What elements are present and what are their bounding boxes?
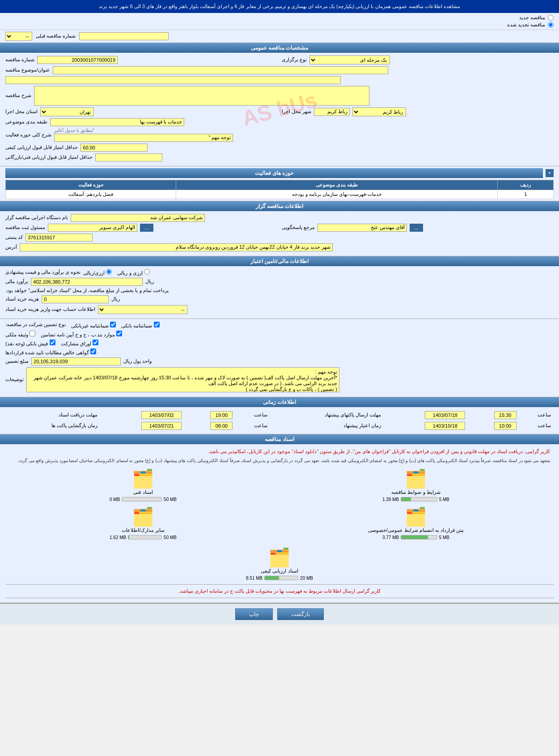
file-label-3: متن قرارداد به انضمام شرایط عمومی/خصوصی xyxy=(368,527,464,533)
budget-input[interactable] xyxy=(31,278,143,286)
account-label: اطلاعات حساب جهت واریز هزینه خرید اسناد xyxy=(5,306,95,312)
address-input[interactable] xyxy=(20,243,333,251)
doc-receive-time-input[interactable] xyxy=(210,411,233,419)
radio-rial[interactable] xyxy=(106,269,112,275)
zip-input[interactable] xyxy=(25,234,93,242)
doc-receive-label-cell: مهلت دریافت اسناد xyxy=(5,410,100,420)
print-button[interactable]: چاپ xyxy=(235,608,273,620)
payment-method-label: نحوه ی برآورد مالی و قیمت پیشنهادی xyxy=(5,269,80,275)
doc-receive-date-input[interactable] xyxy=(141,411,182,419)
cell-row-num: 1 xyxy=(498,190,554,199)
real-estate-check[interactable] xyxy=(30,331,35,336)
progress-bar-outer-2 xyxy=(122,497,162,501)
guarantee-section: ضمانتنامه بانکی ضمانتنامه غیربانکی نوع ت… xyxy=(0,319,559,397)
guarantee-amount-input[interactable] xyxy=(31,357,121,365)
prev-tender-input[interactable] xyxy=(79,32,169,40)
guarantee-desc-textarea[interactable]: توجه مهم : *آخرین مهلت ارسال اصل پاکت ال… xyxy=(26,367,339,392)
reference-more-btn[interactable]: ... xyxy=(410,224,423,232)
radio-new-label: مناقصه جدید xyxy=(519,15,545,21)
open-bids-time-input[interactable] xyxy=(210,422,233,430)
back-button[interactable]: بازگشت xyxy=(277,608,324,620)
bank-guarantee-label: ضمانتنامه بانکی xyxy=(121,322,159,329)
file-icon-4: 🗂️ xyxy=(132,507,154,527)
bank-guarantee-check[interactable] xyxy=(154,322,160,327)
city-input[interactable] xyxy=(314,108,350,116)
cash-check-label: فیش بانکی (وجه نقد) xyxy=(5,340,55,347)
progress-used-1: 1.39 MB xyxy=(382,497,399,502)
items-bh-label: موارد بند ب ، ح و خ آیین نامه تضامین xyxy=(41,331,122,338)
items-bh-check[interactable] xyxy=(116,331,122,336)
guarantee-amount-row: واحد پول ریال مبلغ تضمین xyxy=(5,357,554,365)
city-select[interactable]: رباط کریم xyxy=(352,107,406,116)
responsible-input[interactable] xyxy=(48,224,137,232)
scope-input[interactable] xyxy=(54,134,233,142)
type-col: یک مرحله ای نوع برگزاری xyxy=(282,55,554,64)
tender-num-col: شماره مناقصه xyxy=(5,55,277,64)
timing-content: ساعت مهلت ارسال پاکتهای پیشنهاد ساعت مهل… xyxy=(0,407,559,434)
send-deadline-time-input[interactable] xyxy=(494,411,517,419)
note1-row: پرداخت تمام و یا بخشی از مبلغ مناقصه، از… xyxy=(5,288,554,293)
radio-rial-rial[interactable] xyxy=(144,269,150,275)
tax-cert-check[interactable] xyxy=(90,348,96,354)
description-textarea[interactable] xyxy=(34,86,369,106)
col-header-activity: حوزه فعالیت xyxy=(6,180,176,190)
file-label-1: شرایط و ضوابط مناقصه xyxy=(391,489,440,495)
budget-row: ریال برآورد مالی xyxy=(5,278,554,286)
org-name-input[interactable] xyxy=(71,214,205,222)
progress-total-2: 50 MB xyxy=(164,497,177,502)
general-info-header: مشخصات مناقصه عمومی xyxy=(0,43,559,53)
title2-row: بهسازی و ترمیم برخی از معابر فاز 6 و اجر… xyxy=(5,76,554,84)
validity-date-input[interactable] xyxy=(425,422,465,430)
doc-receive-date-cell xyxy=(100,410,184,420)
validity-time-input[interactable] xyxy=(494,422,517,430)
tender-number-input[interactable] xyxy=(37,56,118,64)
rial-label: ارزی/ریالی xyxy=(83,269,112,276)
purchase-cost-input[interactable] xyxy=(42,295,109,303)
title2-input[interactable]: بهسازی و ترمیم برخی از معابر فاز 6 و اجر… xyxy=(5,76,341,84)
type-select[interactable]: یک مرحله ای xyxy=(309,55,390,64)
participation-check[interactable] xyxy=(93,340,98,345)
non-bank-check[interactable] xyxy=(110,322,116,327)
cash-check-chk[interactable] xyxy=(50,340,55,345)
financial-content: ارزی و ریالی ارزی/ریالی نحوه ی برآورد ما… xyxy=(0,266,559,319)
prev-tender-select[interactable]: -- xyxy=(5,32,32,41)
reference-input[interactable] xyxy=(318,224,407,232)
activity-table: ردیف طبقه بندی موضوعی حوزه فعالیت 1 خدما… xyxy=(5,180,554,199)
file-label-4: سایر مدارک/اطلاعات xyxy=(122,527,165,533)
open-bids-date-input[interactable] xyxy=(141,422,182,430)
header-title: مشاهده اطلاعات مناقصه عمومی همزمان با ار… xyxy=(99,4,460,9)
file-item-3: 🗂️ متن قرارداد به انضمام شرایط عمومی/خصو… xyxy=(282,506,550,540)
address-label: آدرس xyxy=(5,244,17,250)
progress-total-3: 5 MB xyxy=(439,535,449,540)
send-deadline-date-cell xyxy=(384,410,468,420)
prev-tender-row: شماره مناقصه قبلی -- xyxy=(0,30,559,43)
org-name-label: نام دستگاه اجرایی مناقصه گزار xyxy=(5,215,68,221)
header-banner: مشاهده اطلاعات مناقصه عمومی همزمان با ار… xyxy=(0,0,559,13)
doc-receive-time-cell xyxy=(184,410,235,420)
responsible-label: مسئول ثبت مناقصه xyxy=(5,225,45,230)
guarantee-desc-row: توجه مهم : *آخرین مهلت ارسال اصل پاکت ال… xyxy=(5,367,554,392)
category-input[interactable] xyxy=(50,118,184,126)
radio-renewed[interactable] xyxy=(548,22,554,28)
responsible-more-btn[interactable]: ... xyxy=(140,224,153,232)
progress-bar-inner-3 xyxy=(401,535,428,539)
scope-row: *مطابق با جدول آنالیز شرح کلی حوزه فعالی… xyxy=(5,128,554,142)
send-deadline-date-input[interactable] xyxy=(425,411,465,419)
account-select[interactable]: -- xyxy=(98,305,187,314)
radio-new-tender[interactable] xyxy=(548,15,554,21)
province-select[interactable]: تهران xyxy=(40,107,94,116)
title-input[interactable]: مناقصه عمومی همزمان با ارزیابی (یکپارچه)… xyxy=(53,66,388,74)
category-label: طبقه بندی موضوعی xyxy=(5,119,47,125)
timing-row-2: ساعت زمان اعتبار پیشنهاد ساعت زمان بازگش… xyxy=(5,420,554,431)
expand-activity-btn[interactable]: + xyxy=(546,169,554,177)
documents-content: کاربر گرامی، دریافت اسناد در مهلت قانونی… xyxy=(0,444,559,603)
min-quality-input[interactable] xyxy=(80,144,148,152)
guarantee-types-row: ضمانتنامه بانکی ضمانتنامه غیربانکی نوع ت… xyxy=(5,322,554,329)
timing-row-1: ساعت مهلت ارسال پاکتهای پیشنهاد ساعت مهل… xyxy=(5,410,554,420)
send-deadline-time-cell xyxy=(468,410,519,420)
doc-note1: کاربر گرامی، دریافت اسناد در مهلت قانونی… xyxy=(5,447,554,456)
file-icon-2: 🗂️ xyxy=(132,469,154,488)
type-label: نوع برگزاری xyxy=(282,57,307,63)
min-financial-input[interactable] xyxy=(95,153,162,161)
general-info-content: AS bUs یک مرحله ای نوع برگزاری شماره منا… xyxy=(0,53,559,166)
